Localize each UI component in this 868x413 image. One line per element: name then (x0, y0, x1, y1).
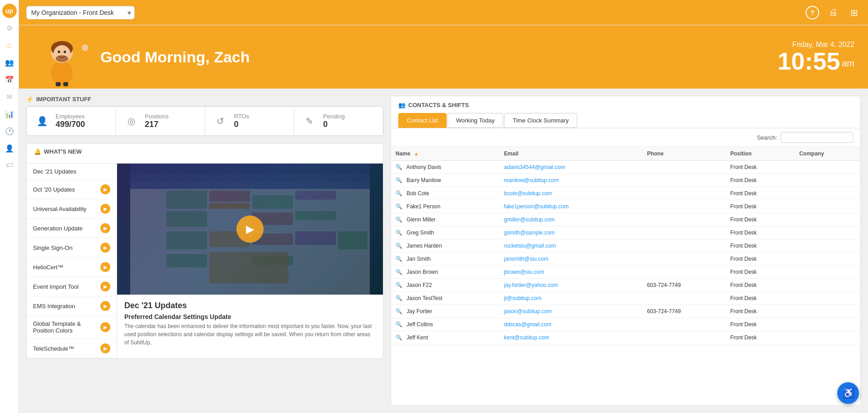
table-row: 🔍 Glenn Miller gmiller@subitup.com Front… (391, 213, 860, 226)
positions-label: Positions (145, 113, 169, 120)
logo[interactable]: up (2, 4, 17, 18)
table-row: 🔍 Bob Cote bcote@subitup.com Front Desk (391, 187, 860, 200)
stat-rtos[interactable]: ↺ RTOs 0 (205, 107, 294, 136)
news-item-label: Event Import Tool (33, 283, 79, 290)
email-link[interactable]: gsmith@sample.com (504, 230, 555, 236)
tab-time-clock[interactable]: Time Clock Summary (504, 113, 577, 128)
col-email[interactable]: Email (500, 147, 642, 161)
news-item-generation[interactable]: Generation Update ▶ (27, 219, 117, 238)
whats-new-section: 🔔 WHAT'S NEW Dec '21 Updates Oct '20 Upd… (26, 143, 383, 359)
email-link[interactable]: jansmith@siu.com (504, 256, 548, 262)
news-item-hellocert[interactable]: HelloCert™ ▶ (27, 258, 117, 277)
org-dropdown[interactable]: My Organization - Front Desk (26, 6, 135, 19)
table-row: 🔍 James Harden rocketsiu@gmail.com Front… (391, 239, 860, 253)
col-name[interactable]: Name ▲ (391, 147, 500, 161)
table-row: 🔍 Jason F22 jay.fortier@yahoo.com 603-72… (391, 279, 860, 292)
table-row: 🔍 Fake1 Person fake1person@subitup.com F… (391, 200, 860, 213)
svg-rect-16 (209, 191, 250, 202)
news-item-label: Single Sign-On (33, 244, 72, 251)
stats-row: 👤 Employees 499/700 ◎ Positions 217 (26, 106, 383, 136)
svg-rect-27 (338, 231, 368, 249)
cell-name: 🔍 Jason TestTest (391, 292, 500, 305)
sidebar-item-calendar[interactable]: 📅 (2, 72, 17, 87)
org-selector[interactable]: My Organization - Front Desk (26, 6, 135, 19)
sidebar-item-clock[interactable]: 🕐 (2, 124, 17, 138)
cell-position: Front Desk (726, 174, 795, 187)
col-position[interactable]: Position (726, 147, 795, 161)
news-item-ems[interactable]: EMS Integration ▶ (27, 296, 117, 316)
cell-phone (642, 331, 726, 344)
news-item-global[interactable]: Global Template & Position Colors ▶ (27, 316, 117, 339)
search-row-icon[interactable]: 🔍 (396, 282, 402, 288)
email-link[interactable]: jason@subitup.com (504, 308, 552, 314)
news-item-tele[interactable]: TeleSchedule™ ▶ (27, 339, 117, 358)
email-link[interactable]: fake1person@subitup.com (504, 203, 569, 210)
search-row-icon[interactable]: 🔍 (396, 203, 402, 210)
sidebar-item-tags[interactable]: 🏷 (2, 158, 17, 173)
search-row-icon[interactable]: 🔍 (396, 216, 402, 223)
cell-company (795, 226, 860, 239)
apps-icon[interactable]: ⊞ (847, 6, 861, 19)
search-row-icon[interactable]: 🔍 (396, 256, 402, 262)
email-link[interactable]: ddscas@gmail.com (504, 321, 552, 328)
email-link[interactable]: jbrown@siu.com (504, 269, 544, 275)
email-link[interactable]: kent@subitup.com (504, 334, 549, 341)
stat-positions[interactable]: ◎ Positions 217 (116, 107, 205, 136)
email-link[interactable]: bcote@subitup.com (504, 190, 552, 197)
print-icon[interactable]: 🖨 (826, 6, 840, 19)
news-item-oct20[interactable]: Oct '20 Updates ▶ (27, 180, 117, 199)
sidebar-item-users[interactable]: 👥 (2, 55, 17, 70)
video-preview[interactable]: ▶ (117, 164, 383, 295)
col-company[interactable]: Company (795, 147, 860, 161)
search-input[interactable] (781, 132, 853, 143)
email-link[interactable]: adavis34544@gmail.com (504, 164, 565, 170)
play-button[interactable]: ▶ (236, 216, 264, 243)
search-row-icon[interactable]: 🔍 (396, 164, 402, 170)
search-row-icon[interactable]: 🔍 (396, 321, 402, 328)
hero-character (33, 28, 91, 86)
search-row-icon[interactable]: 🔍 (396, 269, 402, 275)
employees-label: Employees (56, 113, 85, 120)
stat-pending[interactable]: ✎ Pending 0 (294, 107, 383, 136)
news-item-dec21[interactable]: Dec '21 Updates (27, 164, 117, 180)
sidebar-item-messages[interactable]: ✉ (2, 89, 17, 104)
cell-email: gmiller@subitup.com (500, 213, 642, 226)
sidebar-item-profile[interactable]: 👤 (2, 141, 17, 155)
news-item-universal[interactable]: Universal Availability ▶ (27, 199, 117, 219)
sidebar-item-settings[interactable]: ⚙ (2, 21, 17, 35)
stat-employees[interactable]: 👤 Employees 499/700 (27, 107, 116, 136)
cell-position: Front Desk (726, 213, 795, 226)
search-row-icon[interactable]: 🔍 (396, 308, 402, 314)
search-row-icon[interactable]: 🔍 (396, 243, 402, 249)
sidebar-item-reports[interactable]: 📊 (2, 107, 17, 121)
hero-banner: Good Morning, Zach Friday, Mar 4, 2022 1… (19, 25, 868, 89)
email-link[interactable]: manilow@subitup.com (504, 177, 559, 183)
hero-ampm: am (842, 58, 854, 73)
search-row-icon[interactable]: 🔍 (396, 295, 402, 301)
news-item-event[interactable]: Event Import Tool ▶ (27, 277, 117, 296)
cell-email: jbrown@siu.com (500, 266, 642, 279)
help-icon[interactable]: ? (806, 6, 819, 19)
topbar-right: ? 🖨 ⊞ (806, 6, 861, 19)
svg-rect-14 (130, 183, 370, 189)
tab-contact-list[interactable]: Contact List (398, 113, 447, 128)
search-row-icon[interactable]: 🔍 (396, 230, 402, 236)
email-link[interactable]: rocketsiu@gmail.com (504, 243, 556, 249)
cell-email: bcote@subitup.com (500, 187, 642, 200)
accessibility-button[interactable]: ♿ (837, 382, 859, 404)
table-row: 🔍 Jay Fortier jason@subitup.com 603-724-… (391, 305, 860, 318)
email-link[interactable]: gmiller@subitup.com (504, 216, 555, 223)
email-link[interactable]: jt@subitup.com (504, 295, 542, 301)
news-item-label: Universal Availability (33, 206, 86, 212)
email-link[interactable]: jay.fortier@yahoo.com (504, 282, 558, 288)
video-title: Dec '21 Updates (124, 301, 376, 310)
search-row-icon[interactable]: 🔍 (396, 177, 402, 183)
search-row-icon[interactable]: 🔍 (396, 334, 402, 341)
col-phone[interactable]: Phone (642, 147, 726, 161)
employees-value: 499/700 (56, 120, 85, 129)
news-item-sso[interactable]: Single Sign-On ▶ (27, 238, 117, 258)
search-row-icon[interactable]: 🔍 (396, 190, 402, 197)
tab-working-today[interactable]: Working Today (448, 113, 504, 128)
sidebar-item-home[interactable]: ⌂ (2, 38, 17, 52)
cell-name: 🔍 Glenn Miller (391, 213, 500, 226)
